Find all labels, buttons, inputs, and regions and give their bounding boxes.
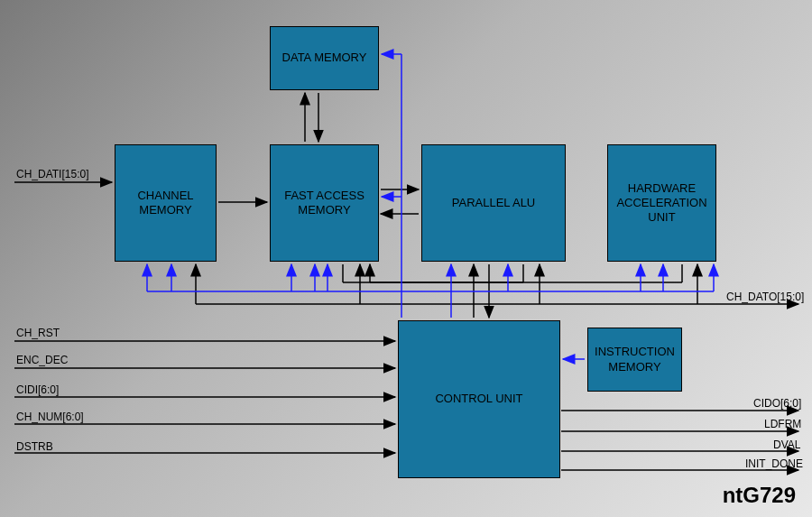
block-label: PARALLEL ALU (452, 196, 536, 210)
label-enc-dec: ENC_DEC (16, 354, 68, 366)
label-ch-dati: CH_DATI[15:0] (16, 168, 88, 180)
label-cidi: CIDI[6:0] (16, 383, 59, 396)
diagram-title: ntG729 (723, 483, 796, 508)
label-cido: CIDO[6:0] (753, 397, 801, 410)
block-label: CHANNEL MEMORY (119, 189, 212, 218)
label-ch-dato: CH_DATO[15:0] (726, 291, 804, 303)
block-data-memory: DATA MEMORY (270, 26, 379, 90)
block-label: INSTRUCTION MEMORY (592, 345, 678, 374)
block-label: FAST ACCESS MEMORY (274, 189, 374, 218)
block-control-unit: CONTROL UNIT (398, 320, 560, 478)
block-label: DATA MEMORY (282, 51, 367, 65)
block-parallel-alu: PARALLEL ALU (421, 144, 566, 262)
label-ldfrm: LDFRM (764, 418, 801, 430)
block-fast-access-memory: FAST ACCESS MEMORY (270, 144, 379, 262)
label-ch-rst: CH_RST (16, 327, 60, 339)
block-label: HARDWARE ACCELERATION UNIT (612, 181, 712, 226)
block-hw-accel: HARDWARE ACCELERATION UNIT (607, 144, 716, 262)
label-init-done: INIT_DONE (745, 457, 803, 470)
block-channel-memory: CHANNEL MEMORY (115, 144, 217, 262)
label-dstrb: DSTRB (16, 440, 53, 453)
block-instruction-memory: INSTRUCTION MEMORY (587, 328, 682, 392)
block-label: CONTROL UNIT (435, 392, 522, 406)
label-ch-num: CH_NUM[6:0] (16, 411, 84, 423)
label-dval: DVAL (773, 439, 800, 451)
